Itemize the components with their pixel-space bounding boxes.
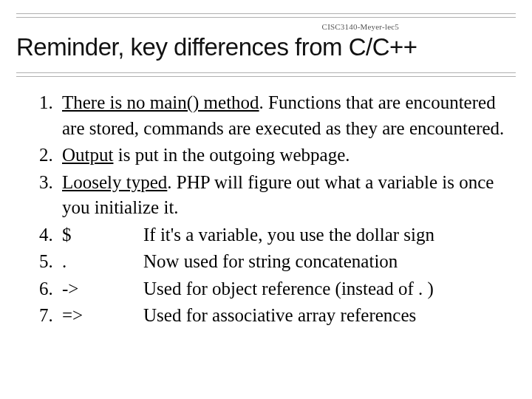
item-underlined: Output bbox=[62, 145, 113, 165]
list-item: Loosely typed. PHP will figure out what … bbox=[58, 170, 516, 221]
course-tag: CISC3140-Meyer-lec5 bbox=[322, 22, 399, 31]
list-item: Output is put in the outgoing webpage. bbox=[58, 143, 516, 168]
list-item: -> Used for object reference (instead of… bbox=[58, 276, 516, 302]
list-item: There is no main() method. Functions tha… bbox=[58, 90, 516, 141]
symbol: -> bbox=[62, 276, 143, 302]
symbol-desc: Now used for string concatenation bbox=[143, 249, 516, 275]
slide-title: Reminder, key differences from C/C++ bbox=[16, 33, 516, 61]
slide-body: There is no main() method. Functions tha… bbox=[22, 90, 516, 330]
symbol-desc: Used for associative array references bbox=[143, 303, 516, 329]
slide: CISC3140-Meyer-lec5 Reminder, key differ… bbox=[0, 0, 532, 399]
symbol-desc: If it's a variable, you use the dollar s… bbox=[143, 222, 516, 248]
item-text: is put in the outgoing webpage. bbox=[113, 145, 349, 165]
symbol: . bbox=[62, 249, 143, 275]
list-item: $ If it's a variable, you use the dollar… bbox=[58, 222, 516, 248]
list-item: => Used for associative array references bbox=[58, 303, 516, 329]
rule-under-title bbox=[16, 72, 516, 77]
symbol-desc: Used for object reference (instead of . … bbox=[143, 276, 516, 302]
points-list: There is no main() method. Functions tha… bbox=[22, 90, 516, 329]
item-underlined: There is no main() method bbox=[62, 92, 259, 112]
rule-top bbox=[16, 13, 516, 18]
item-underlined: Loosely typed bbox=[62, 172, 167, 192]
symbol: => bbox=[62, 303, 143, 329]
list-item: . Now used for string concatenation bbox=[58, 249, 516, 275]
symbol: $ bbox=[62, 222, 143, 248]
